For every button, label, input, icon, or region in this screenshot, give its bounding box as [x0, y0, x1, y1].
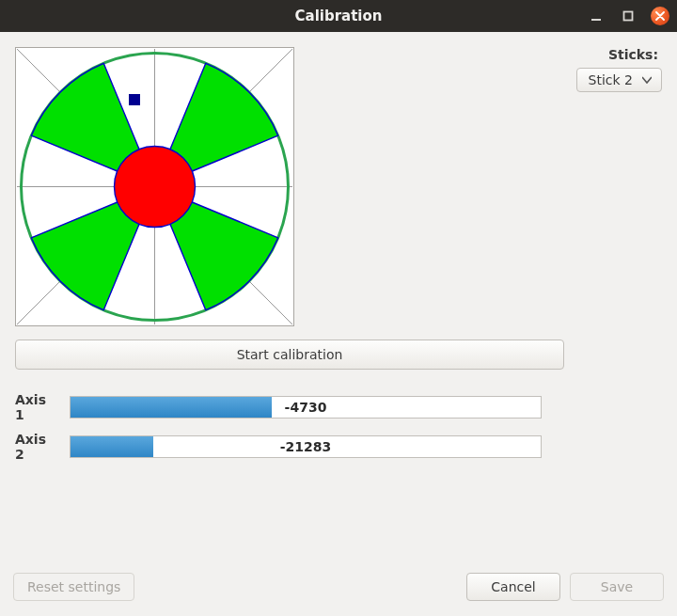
- deadzone-circle: [115, 147, 196, 228]
- window-title: Calibration: [295, 8, 383, 24]
- titlebar: Calibration: [0, 0, 677, 32]
- sticks-label: Sticks:: [576, 47, 662, 62]
- stick-position-marker: [129, 94, 140, 105]
- footer-right: Cancel Save: [466, 573, 664, 601]
- axis-fill: [71, 436, 153, 457]
- start-calibration-label: Start calibration: [237, 347, 343, 362]
- reset-settings-button[interactable]: Reset settings: [13, 573, 134, 601]
- axis-label: Axis 1: [15, 392, 58, 422]
- footer-left: Reset settings: [13, 573, 134, 601]
- client-area: Sticks: Stick 2 Start calibration Axis 1…: [0, 32, 677, 616]
- save-button[interactable]: Save: [570, 573, 664, 601]
- footer: Reset settings Cancel Save: [13, 573, 664, 601]
- window-controls: [587, 0, 669, 32]
- cancel-label: Cancel: [491, 579, 535, 594]
- stick-visualizer-svg: [17, 49, 292, 324]
- maximize-icon[interactable]: [619, 7, 638, 25]
- reset-settings-label: Reset settings: [27, 579, 120, 594]
- svg-rect-1: [624, 12, 633, 21]
- axis-bar: -21283: [70, 435, 542, 458]
- axis-row: Axis 1 -4730: [15, 392, 662, 422]
- start-calibration-button[interactable]: Start calibration: [15, 340, 564, 370]
- axes-list: Axis 1 -4730 Axis 2 -21283: [15, 392, 662, 462]
- axis-fill: [71, 397, 272, 418]
- axis-label: Axis 2: [15, 432, 58, 462]
- close-icon[interactable]: [651, 7, 669, 25]
- minimize-icon[interactable]: [587, 7, 606, 25]
- sticks-dropdown-value: Stick 2: [589, 72, 633, 87]
- save-label: Save: [601, 579, 633, 594]
- sticks-selector-group: Sticks: Stick 2: [576, 47, 662, 92]
- top-row: Sticks: Stick 2: [15, 47, 662, 326]
- chevron-down-icon: [642, 76, 652, 84]
- stick-visualizer: [15, 47, 294, 326]
- axis-row: Axis 2 -21283: [15, 432, 662, 462]
- axis-bar: -4730: [70, 396, 542, 419]
- cancel-button[interactable]: Cancel: [466, 573, 560, 601]
- sticks-dropdown[interactable]: Stick 2: [576, 68, 662, 92]
